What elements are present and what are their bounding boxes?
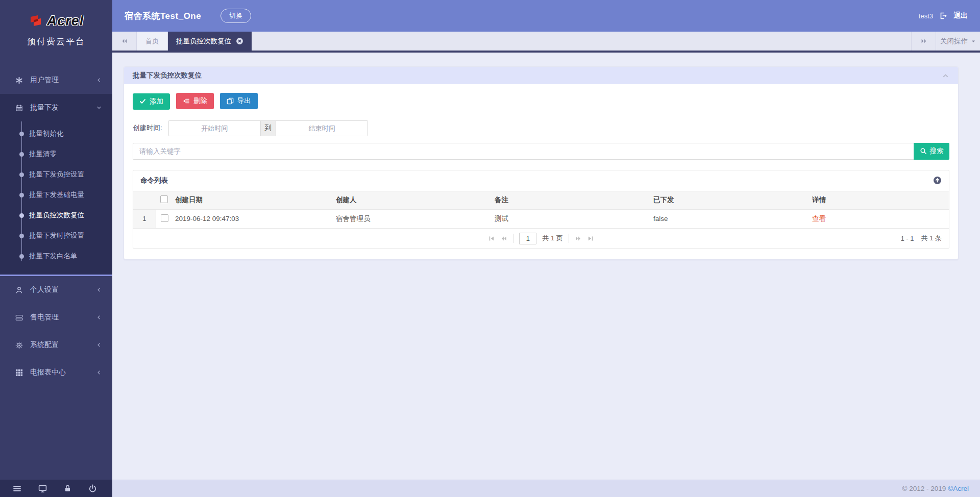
column-header-date: 创建日期 xyxy=(175,191,336,209)
delete-button-label: 删除 xyxy=(193,96,207,106)
sidebar-subitem-batch-init[interactable]: 批量初始化 xyxy=(0,123,112,144)
bullet-dot-icon xyxy=(19,213,24,218)
tab-label: 首页 xyxy=(145,37,159,46)
logout-button[interactable]: 退出 xyxy=(953,11,968,20)
command-list-card: 命令列表 xyxy=(133,170,949,248)
sidebar-item-system-config[interactable]: 系统配置 xyxy=(0,331,112,359)
double-arrow-right-icon xyxy=(575,235,581,242)
search-row: 搜索 xyxy=(133,143,949,160)
select-all-checkbox[interactable] xyxy=(160,195,168,203)
acrel-link[interactable]: ©Acrel xyxy=(948,485,969,492)
subitem-label: 批量清零 xyxy=(29,150,57,159)
sidebar-subitem-load-control-setting[interactable]: 批量下发负控设置 xyxy=(0,164,112,185)
sidebar-item-personal-settings[interactable]: 个人设置 xyxy=(0,276,112,304)
close-icon[interactable] xyxy=(236,37,243,45)
monitor-icon[interactable] xyxy=(38,484,47,493)
calendar-icon xyxy=(15,104,23,112)
prev-page-button[interactable] xyxy=(501,235,507,242)
subitem-label: 批量初始化 xyxy=(29,129,64,138)
record-total: 共 1 条 xyxy=(921,234,942,243)
collapse-card-button[interactable] xyxy=(933,176,942,185)
bullet-dot-icon xyxy=(19,193,24,197)
pagination-summary: 1 - 1 共 1 条 xyxy=(901,229,942,248)
logout-icon[interactable] xyxy=(939,12,947,20)
copy-icon xyxy=(227,97,234,105)
next-page-button[interactable] xyxy=(575,235,581,242)
select-all-header xyxy=(156,191,175,209)
grid-icon xyxy=(15,369,23,377)
delete-button[interactable]: 删除 xyxy=(176,93,214,109)
gear-icon xyxy=(15,341,23,349)
brand-name: Acrel xyxy=(47,13,84,29)
toolbar: 添加 删除 导出 xyxy=(133,93,949,110)
bullet-dot-icon xyxy=(19,234,24,238)
page-number-input[interactable] xyxy=(519,233,536,244)
end-time-input[interactable] xyxy=(276,120,368,136)
panel-header: 批量下发负控次数复位 xyxy=(124,67,958,84)
sidebar-item-meter-report-center[interactable]: 电报表中心 xyxy=(0,359,112,386)
row-select-cell xyxy=(156,209,175,228)
column-header-creator: 创建人 xyxy=(336,191,495,209)
cell-creator: 宿舍管理员 xyxy=(336,209,495,228)
tabs-scroll-right-button[interactable] xyxy=(911,32,936,51)
sidebar-subitem-batch-clear[interactable]: 批量清零 xyxy=(0,144,112,164)
platform-subtitle: 预付费云平台 xyxy=(0,36,112,47)
cell-detail: 查看 xyxy=(812,209,949,228)
subitem-label: 批量负控次数复位 xyxy=(29,211,84,220)
tab-batch-load-control-reset[interactable]: 批量负控次数复位 xyxy=(168,32,252,51)
sidebar-item-user-management[interactable]: 用户管理 xyxy=(0,66,112,94)
batch-reset-panel: 批量下发负控次数复位 添加 删除 xyxy=(124,66,959,260)
sidebar-item-label: 用户管理 xyxy=(30,76,96,85)
subitem-label: 批量下发基础电量 xyxy=(29,190,84,200)
sidebar-item-electricity-sales[interactable]: 售电管理 xyxy=(0,304,112,331)
command-table: 创建日期 创建人 备注 已下发 详情 1 2019-06-12 09:47:03 xyxy=(133,191,949,229)
row-checkbox[interactable] xyxy=(161,214,168,222)
bullet-dot-icon xyxy=(19,172,24,177)
system-title: 宿舍系统Test_One xyxy=(125,10,201,22)
column-header-remark: 备注 xyxy=(495,191,653,209)
tabs-scroll-left-button[interactable] xyxy=(112,32,137,51)
acrel-logo-icon xyxy=(29,14,44,28)
lock-icon[interactable] xyxy=(64,484,71,492)
cards-icon xyxy=(15,314,23,321)
date-filter-row: 创建时间: 到 xyxy=(133,120,949,136)
record-range: 1 - 1 xyxy=(901,235,914,242)
view-detail-link[interactable]: 查看 xyxy=(812,215,826,222)
export-button[interactable]: 导出 xyxy=(220,93,258,109)
last-page-button[interactable] xyxy=(587,235,594,242)
sidebar-subitem-load-control-reset[interactable]: 批量负控次数复位 xyxy=(0,205,112,226)
pager-divider xyxy=(569,234,569,243)
bullet-dot-icon xyxy=(19,152,24,157)
user-icon xyxy=(15,286,23,294)
tabbar-spacer xyxy=(252,32,911,51)
power-icon[interactable] xyxy=(88,484,97,493)
column-header-sent: 已下发 xyxy=(653,191,812,209)
chevron-up-icon xyxy=(942,72,949,80)
caret-down-icon xyxy=(971,39,976,44)
add-button[interactable]: 添加 xyxy=(133,93,170,110)
export-button-label: 导出 xyxy=(237,96,251,106)
switch-system-button[interactable]: 切换 xyxy=(220,9,251,23)
tab-home[interactable]: 首页 xyxy=(137,32,168,51)
sidebar-subitem-whitelist[interactable]: 批量下发白名单 xyxy=(0,246,112,266)
sidebar-item-label: 售电管理 xyxy=(30,313,96,322)
start-time-input[interactable] xyxy=(168,120,260,136)
keyword-search-input[interactable] xyxy=(133,143,914,160)
close-operations-dropdown[interactable]: 关闭操作 xyxy=(936,32,980,51)
search-icon xyxy=(920,147,927,155)
sidebar-subitem-base-energy[interactable]: 批量下发基础电量 xyxy=(0,185,112,205)
first-page-button[interactable] xyxy=(488,235,495,242)
cell-remark: 测试 xyxy=(495,209,653,228)
username: test3 xyxy=(919,12,933,20)
menu-icon[interactable] xyxy=(13,484,21,493)
row-number-cell: 1 xyxy=(133,209,156,228)
sidebar-item-batch-send[interactable]: 批量下发 xyxy=(0,94,112,121)
main-content: 批量下发负控次数复位 添加 删除 xyxy=(112,53,980,480)
sidebar-subitem-time-control-setting[interactable]: 批量下发时控设置 xyxy=(0,226,112,246)
search-button[interactable]: 搜索 xyxy=(914,143,949,160)
double-arrow-right-icon xyxy=(920,38,927,44)
chevron-down-icon xyxy=(96,105,102,111)
check-icon xyxy=(139,98,146,105)
tab-label: 批量负控次数复位 xyxy=(176,37,231,46)
panel-collapse-button[interactable] xyxy=(942,72,949,80)
